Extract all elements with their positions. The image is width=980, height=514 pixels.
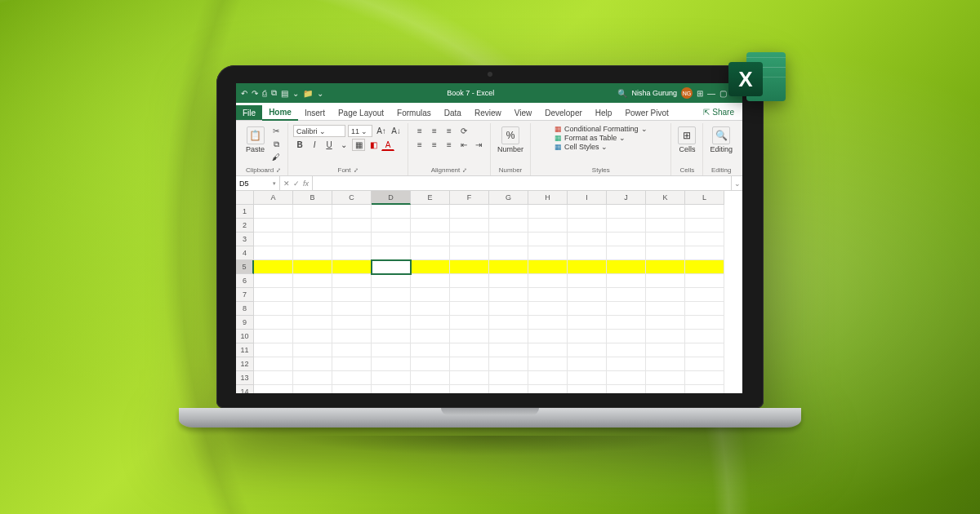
copy-icon[interactable]: ⧉ [271,88,277,98]
cell[interactable] [568,343,607,357]
cell[interactable] [411,302,450,316]
cell[interactable] [332,302,372,316]
cell[interactable] [254,246,293,260]
align-left-icon[interactable]: ≡ [413,139,426,151]
cell[interactable] [293,316,332,330]
cell[interactable] [607,205,646,219]
align-middle-icon[interactable]: ≡ [428,125,441,137]
align-top-icon[interactable]: ≡ [413,125,426,137]
cell[interactable] [489,205,528,219]
cell[interactable] [332,371,372,385]
open-icon[interactable]: 📁 [303,89,313,98]
cell[interactable] [293,233,332,246]
enter-icon[interactable]: ✓ [293,179,300,188]
cell[interactable] [489,233,528,246]
cell[interactable] [372,343,411,357]
cell[interactable] [411,343,450,357]
format-painter-icon[interactable]: 🖌 [270,151,283,163]
cell[interactable] [332,288,372,302]
cell[interactable] [685,205,724,219]
underline-button[interactable]: U [323,139,336,151]
cell[interactable] [332,357,372,371]
font-color-button[interactable]: A [381,139,394,151]
cell[interactable] [293,246,332,260]
cell[interactable] [450,330,489,343]
row-header[interactable]: 8 [236,302,254,316]
row-header[interactable]: 5 [236,260,254,274]
select-all-corner[interactable] [236,191,254,205]
cell[interactable] [450,302,489,316]
cell[interactable] [685,385,724,393]
cell[interactable] [254,288,293,302]
conditional-formatting-button[interactable]: ▦Conditional Formatting⌄ [555,125,648,133]
cell[interactable] [528,330,568,343]
cell[interactable] [489,330,528,343]
cell[interactable] [685,260,724,274]
cell[interactable] [372,233,411,246]
cell[interactable] [489,357,528,371]
tab-home[interactable]: Home [262,104,298,121]
cell[interactable] [450,219,489,233]
cell[interactable] [685,316,724,330]
italic-button[interactable]: I [308,139,321,151]
cell[interactable] [372,357,411,371]
editing-button[interactable]: 🔍Editing [708,125,734,155]
cell[interactable] [568,357,607,371]
cell[interactable] [450,260,489,274]
cell[interactable] [411,260,450,274]
align-center-icon[interactable]: ≡ [428,139,441,151]
cell[interactable] [332,260,372,274]
row-header[interactable]: 11 [236,343,254,357]
dialog-launcher-icon[interactable]: ⤢ [276,167,281,174]
cell[interactable] [372,288,411,302]
print-icon[interactable]: ⎙ [262,89,267,98]
cell[interactable] [254,260,293,274]
row-header[interactable]: 14 [236,385,254,393]
column-header[interactable]: D [372,191,411,205]
cell[interactable] [528,246,568,260]
tab-help[interactable]: Help [589,105,619,120]
cell[interactable] [450,343,489,357]
cell[interactable] [254,316,293,330]
row-header[interactable]: 13 [236,371,254,385]
cell[interactable] [293,288,332,302]
row-header[interactable]: 4 [236,246,254,260]
cell[interactable] [607,371,646,385]
cell[interactable] [254,330,293,343]
column-header[interactable]: L [685,191,724,205]
cell[interactable] [489,302,528,316]
border-button[interactable]: ▦ [352,139,365,151]
cell[interactable] [254,274,293,288]
spreadsheet-grid[interactable]: ABCDEFGHIJKL1234567891011121314 [236,191,742,393]
cell[interactable] [568,288,607,302]
bold-button[interactable]: B [293,139,306,151]
cell[interactable] [568,371,607,385]
cell[interactable] [528,385,568,393]
cell[interactable] [528,205,568,219]
cell[interactable] [607,274,646,288]
cell[interactable] [254,385,293,393]
tab-view[interactable]: View [508,105,539,120]
cell[interactable] [372,260,411,274]
cell[interactable] [372,205,411,219]
cell[interactable] [685,357,724,371]
cell[interactable] [411,316,450,330]
cell[interactable] [646,385,685,393]
cell[interactable] [607,260,646,274]
font-family-select[interactable]: Calibri⌄ [293,125,345,137]
tab-data[interactable]: Data [438,105,468,120]
cell[interactable] [293,371,332,385]
cell[interactable] [293,385,332,393]
cell[interactable] [528,260,568,274]
cell[interactable] [332,246,372,260]
cell[interactable] [646,302,685,316]
tab-formulas[interactable]: Formulas [390,105,438,120]
column-header[interactable]: F [450,191,489,205]
cell[interactable] [411,288,450,302]
cell[interactable] [646,205,685,219]
cell[interactable] [528,274,568,288]
cell[interactable] [293,274,332,288]
cell[interactable] [450,274,489,288]
cell[interactable] [607,316,646,330]
cell[interactable] [254,219,293,233]
